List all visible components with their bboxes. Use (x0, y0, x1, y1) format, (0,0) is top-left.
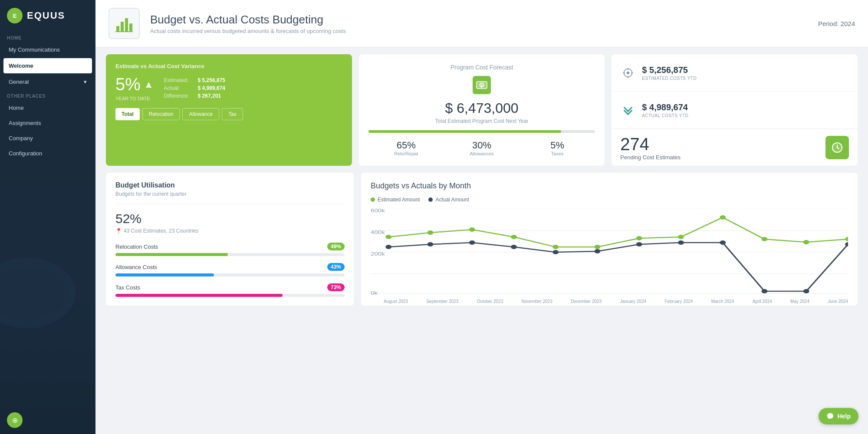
x-label-may: May 2024 (790, 299, 809, 304)
allowance-costs-badge: 43% (327, 263, 345, 271)
nav-section-home: HOME (0, 31, 95, 42)
svg-point-35 (552, 245, 559, 249)
estimated-costs-row: $ 5,256,875 ESTIMATED COSTS YTD (612, 54, 858, 92)
tab-tax[interactable]: Tax (222, 108, 243, 120)
x-label-aug: August 2023 (384, 299, 408, 304)
svg-rect-6 (129, 23, 132, 31)
chart-card: Budgets vs Actuals by Month Estimated Am… (361, 173, 858, 306)
svg-point-40 (762, 237, 768, 241)
chat-icon (826, 412, 834, 420)
program-amount: $ 6,473,000 (445, 100, 518, 116)
difference-value: $ 267,201 (198, 93, 221, 99)
sidebar-item-assignments[interactable]: Assignments (0, 115, 95, 131)
budget-title: Budget Utilisation (115, 181, 345, 189)
chart-title: Budgets vs Actuals by Month (371, 181, 848, 191)
actual-costs-amount: $ 4,989,674 (642, 102, 688, 112)
chart-legend: Estimated Amount Actual Amount (371, 197, 848, 203)
page-subtitle: Actual costs incurred versus budgeted am… (150, 28, 808, 34)
sidebar-item-my-communications[interactable]: My Communications (0, 42, 95, 57)
relocation-costs-fill (115, 253, 228, 256)
logo-icon: E (7, 8, 23, 23)
pending-row: 274 Pending Cost Estimates (612, 129, 858, 166)
x-label-jan: January 2024 (620, 299, 646, 304)
legend-actual-label: Actual Amount (435, 197, 469, 203)
svg-text:400k: 400k (371, 230, 385, 235)
program-icon-box: $ (473, 76, 491, 94)
stat-allowances: 30% Allowances (444, 140, 519, 156)
svg-rect-5 (125, 18, 128, 31)
relocation-costs-badge: 49% (327, 243, 345, 250)
x-label-mar: March 2024 (711, 299, 734, 304)
sidebar-item-label: My Communications (9, 46, 60, 53)
program-bar-fill (368, 130, 561, 133)
sidebar-item-label: Configuration (9, 150, 42, 157)
pending-label: Pending Cost Estimates (620, 154, 681, 161)
tab-total[interactable]: Total (115, 108, 140, 120)
stat-pct: 65% (368, 140, 444, 151)
stat-label: Relo/Repat (368, 151, 444, 156)
sidebar-item-company[interactable]: Company (0, 131, 95, 146)
svg-point-46 (511, 245, 517, 249)
tab-allowance[interactable]: Allowance (182, 108, 219, 120)
svg-point-49 (636, 242, 642, 247)
sidebar-item-configuration[interactable]: Configuration (0, 146, 95, 161)
svg-point-44 (427, 242, 434, 247)
sidebar-item-home[interactable]: Home (0, 100, 95, 115)
stats-card: $ 5,256,875 ESTIMATED COSTS YTD $ 4,989,… (612, 54, 858, 166)
svg-point-41 (803, 240, 809, 244)
sidebar-item-label: Home (9, 105, 24, 111)
period-label: Period: 2024 (818, 20, 855, 27)
svg-point-54 (845, 242, 848, 247)
x-label-nov: November 2023 (522, 299, 552, 304)
up-arrow-icon: ▲ (144, 79, 154, 90)
sidebar-item-label: Welcome (9, 62, 33, 69)
budget-utilisation-card: Budget Utilisation Budgets for the curre… (106, 173, 354, 306)
svg-point-34 (511, 235, 517, 239)
tax-costs-bar: Tax Costs 73% (115, 283, 345, 297)
down-chevron-icon (620, 102, 636, 118)
crosshair-icon (620, 65, 636, 81)
allowance-costs-fill (115, 273, 214, 276)
stat-pct: 5% (519, 140, 595, 151)
sidebar-item-welcome[interactable]: Welcome (3, 58, 92, 73)
svg-rect-7 (115, 31, 133, 32)
estimated-costs-amount: $ 5,256,875 (642, 65, 697, 75)
location-icon: 📍 (115, 228, 122, 234)
svg-point-50 (678, 240, 684, 245)
svg-point-45 (469, 240, 475, 245)
user-avatar-button[interactable]: ⊕ (7, 412, 23, 428)
sidebar-item-general[interactable]: General ▾ (0, 74, 95, 89)
estimated-value: $ 5,256,875 (198, 77, 225, 83)
chart-area: 600k 400k 200k 0k (371, 209, 848, 296)
variance-card-title: Estimate vs Actual Cost Variance (115, 63, 342, 69)
svg-text:600k: 600k (371, 209, 385, 213)
budget-bars: Relocation Costs 49% Allowance Costs 43% (115, 243, 345, 297)
tab-relocation[interactable]: Relocation (142, 108, 180, 120)
pending-clock-button[interactable] (825, 136, 849, 159)
variance-card: Estimate vs Actual Cost Variance 5% ▲ YE… (106, 54, 352, 166)
dollar-circle-icon: $ (476, 79, 488, 91)
main-content: Budget vs. Actual Costs Budgeting Actual… (95, 0, 868, 434)
program-cost-card: Program Cost Forecast $ $ 6,473,000 Tota… (359, 54, 605, 166)
help-button[interactable]: Help (819, 408, 858, 424)
help-label: Help (838, 413, 851, 420)
pending-number: 274 (620, 135, 681, 154)
bar-chart-icon (115, 14, 134, 33)
svg-point-51 (720, 240, 726, 245)
actual-costs-info: $ 4,989,674 ACTUAL COSTS YTD (642, 102, 688, 118)
program-card-title: Program Cost Forecast (450, 64, 513, 71)
svg-point-52 (762, 289, 768, 293)
top-cards-grid: Estimate vs Actual Cost Variance 5% ▲ YE… (95, 47, 868, 166)
difference-label: Difference: (164, 93, 194, 99)
budget-meta: 📍 43 Cost Estimates, 23 Countries (115, 228, 345, 234)
relocation-costs-label: Relocation Costs (115, 243, 158, 250)
page-title: Budget vs. Actual Costs Budgeting (150, 13, 808, 26)
budget-percentage: 52% (115, 211, 345, 226)
tax-costs-badge: 73% (327, 283, 345, 291)
svg-point-31 (385, 235, 391, 239)
sidebar-item-label: Assignments (9, 120, 41, 126)
tax-costs-label: Tax Costs (115, 284, 140, 291)
legend-actual: Actual Amount (428, 197, 469, 203)
logo-text: EQUUS (27, 10, 65, 21)
bottom-grid: Budget Utilisation Budgets for the curre… (95, 166, 868, 316)
